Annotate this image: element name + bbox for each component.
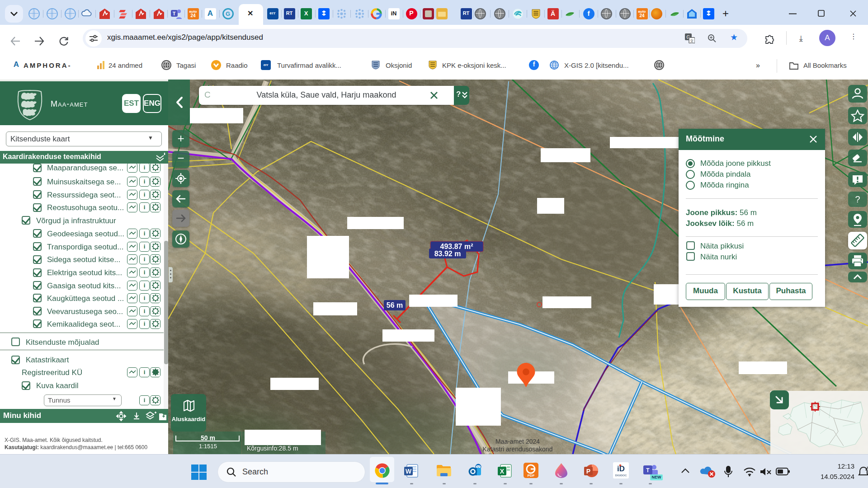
- svg-text:文: 文: [690, 39, 694, 43]
- svg-text:Katastri arendusosakond: Katastri arendusosakond: [483, 446, 553, 453]
- svg-text:83.92 m: 83.92 m: [434, 250, 461, 258]
- svg-text:T: T: [172, 11, 175, 16]
- svg-text:Maa-amet 2024: Maa-amet 2024: [495, 438, 540, 445]
- svg-text:493.87 m²: 493.87 m²: [440, 243, 473, 250]
- svg-text:56 m: 56 m: [387, 301, 403, 309]
